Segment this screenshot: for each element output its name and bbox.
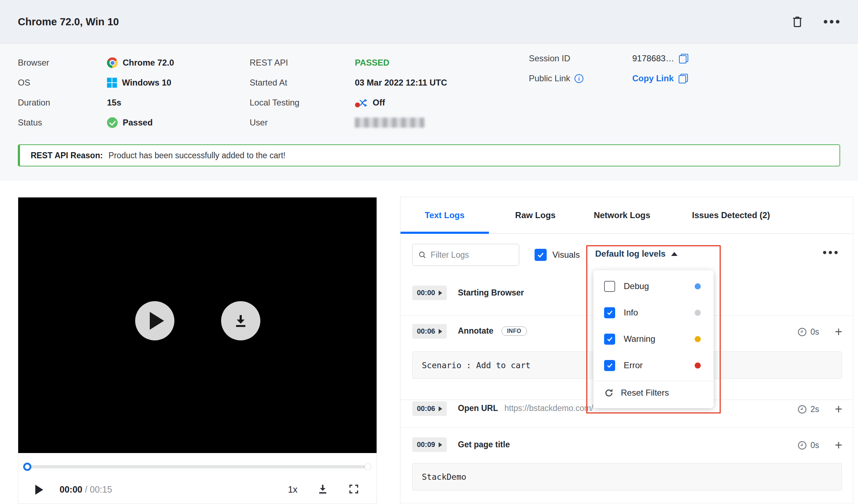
rest-api-reason-text: Product has been successfully added to t…	[108, 151, 285, 160]
expand-triangle-icon	[439, 290, 442, 295]
visuals-label: Visuals	[552, 250, 580, 260]
video-play-button[interactable]	[135, 301, 174, 340]
video-controls: 00:00 / 00:15 1x	[18, 475, 377, 504]
clock-icon	[797, 441, 807, 450]
warning-level-dot	[695, 336, 701, 342]
dropdown-item-info[interactable]: Info	[593, 299, 714, 326]
meta-row-os: OS Windows 10	[18, 73, 174, 93]
os-value: Windows 10	[107, 78, 171, 88]
copy-session-id-icon[interactable]	[679, 54, 688, 63]
dropdown-item-warning[interactable]: Warning	[593, 326, 714, 352]
step-duration: 0s	[797, 327, 819, 337]
dropdown-item-error[interactable]: Error	[593, 352, 714, 379]
visuals-checkbox[interactable]	[535, 249, 547, 261]
filter-logs-searchbox[interactable]	[412, 244, 519, 266]
check-icon	[606, 309, 613, 316]
download-icon	[232, 312, 249, 329]
step-duration: 0s	[797, 441, 819, 450]
clock-icon	[797, 405, 807, 414]
play-control-icon[interactable]	[35, 485, 43, 495]
meta-row-user: User	[250, 113, 447, 133]
tab-raw-logs[interactable]: Raw Logs	[515, 210, 556, 220]
delete-session-button[interactable]	[791, 15, 804, 29]
log-title: Get page title	[458, 440, 510, 449]
search-icon	[418, 250, 427, 259]
browser-value: Chrome 72.0	[107, 57, 174, 68]
log-title: Open URLhttps://bstackdemo.com/	[458, 403, 593, 413]
local-testing-label: Local Testing	[250, 98, 355, 108]
add-annotation-button[interactable]: +	[835, 403, 842, 416]
download-video-button[interactable]	[317, 483, 329, 497]
log-timestamp-badge[interactable]: 00:09	[412, 437, 447, 452]
fullscreen-button[interactable]	[348, 483, 359, 496]
log-code-block: StackDemo	[412, 463, 842, 490]
session-id-value: 9178683…	[632, 53, 688, 63]
public-link-label: Public Link i	[529, 73, 632, 83]
error-checkbox[interactable]	[604, 360, 615, 371]
rest-api-reason-banner: REST API Reason: Product has been succes…	[18, 144, 840, 166]
page-title: Chrome 72.0, Win 10	[18, 16, 119, 28]
add-annotation-button[interactable]: +	[835, 439, 842, 452]
clock-icon	[797, 327, 807, 337]
download-icon	[317, 483, 329, 495]
log-title: Starting Browser	[458, 288, 524, 298]
debug-checkbox[interactable]	[604, 281, 615, 292]
expand-triangle-icon	[439, 442, 442, 447]
log-timestamp-badge[interactable]: 00:06	[412, 324, 447, 339]
progress-end-cap	[365, 464, 371, 470]
copy-link-icon[interactable]	[679, 74, 688, 83]
log-levels-dropdown-trigger[interactable]: Default log levels	[595, 249, 678, 259]
dropdown-item-debug[interactable]: Debug	[593, 273, 714, 299]
tab-issues-detected[interactable]: Issues Detected (2)	[692, 210, 770, 220]
user-label: User	[250, 118, 355, 128]
log-level-badge: INFO	[501, 326, 527, 336]
session-more-menu[interactable]	[824, 20, 839, 24]
chevron-up-icon	[671, 252, 678, 256]
session-header: Chrome 72.0, Win 10	[0, 0, 858, 44]
copy-link-button[interactable]: Copy Link	[632, 73, 674, 83]
meta-row-browser: Browser Chrome 72.0	[18, 53, 174, 73]
rest-api-value: PASSED	[355, 58, 389, 68]
row-divider	[400, 427, 853, 428]
add-annotation-button[interactable]: +	[835, 325, 842, 338]
log-timestamp-badge[interactable]: 00:00	[412, 286, 447, 300]
meta-row-public-link: Public Link i Copy Link	[529, 68, 688, 88]
tab-text-logs[interactable]: Text Logs	[425, 210, 465, 220]
public-link-info-icon[interactable]: i	[574, 74, 583, 83]
user-value-redacted	[355, 118, 424, 128]
meta-row-started-at: Started At 03 Mar 2022 12:11 UTC	[250, 73, 447, 93]
info-checkbox[interactable]	[604, 307, 615, 318]
step-duration: 2s	[797, 405, 819, 414]
check-icon	[537, 251, 545, 259]
playback-speed-button[interactable]: 1x	[288, 484, 297, 495]
check-icon	[606, 335, 613, 343]
local-testing-value: Off	[355, 97, 385, 108]
meta-row-rest-api: REST API PASSED	[250, 53, 447, 73]
logs-more-menu[interactable]	[823, 251, 838, 254]
passed-check-icon	[107, 117, 118, 128]
meta-row-session-id: Session ID 9178683…	[529, 48, 688, 68]
reset-filters-button[interactable]: Reset Filters	[593, 381, 714, 405]
video-frame	[18, 197, 377, 453]
video-progress-bar[interactable]	[25, 465, 370, 468]
row-divider	[400, 503, 853, 503]
status-value: Passed	[107, 117, 153, 128]
warning-checkbox[interactable]	[604, 334, 615, 345]
video-scrubber-handle[interactable]	[23, 463, 31, 471]
video-download-button[interactable]	[221, 301, 260, 340]
log-levels-dropdown: Debug Info Warning Error	[593, 270, 714, 408]
debug-level-dot	[695, 283, 701, 289]
video-player: 00:00 / 00:15 1x	[18, 197, 377, 504]
public-link-value: Copy Link	[632, 73, 688, 83]
log-timestamp-badge[interactable]: 00:06	[412, 401, 447, 416]
tab-network-logs[interactable]: Network Logs	[594, 210, 650, 220]
info-level-dot	[695, 310, 701, 316]
duration-label: Duration	[18, 98, 107, 108]
meta-row-local-testing: Local Testing Off	[250, 93, 447, 113]
started-at-value: 03 Mar 2022 12:11 UTC	[355, 78, 447, 88]
status-label: Status	[18, 118, 107, 128]
log-title: AnnotateINFO	[458, 326, 527, 336]
windows-icon	[107, 78, 117, 88]
rest-api-label: REST API	[250, 58, 355, 68]
filter-logs-input[interactable]	[431, 250, 513, 260]
